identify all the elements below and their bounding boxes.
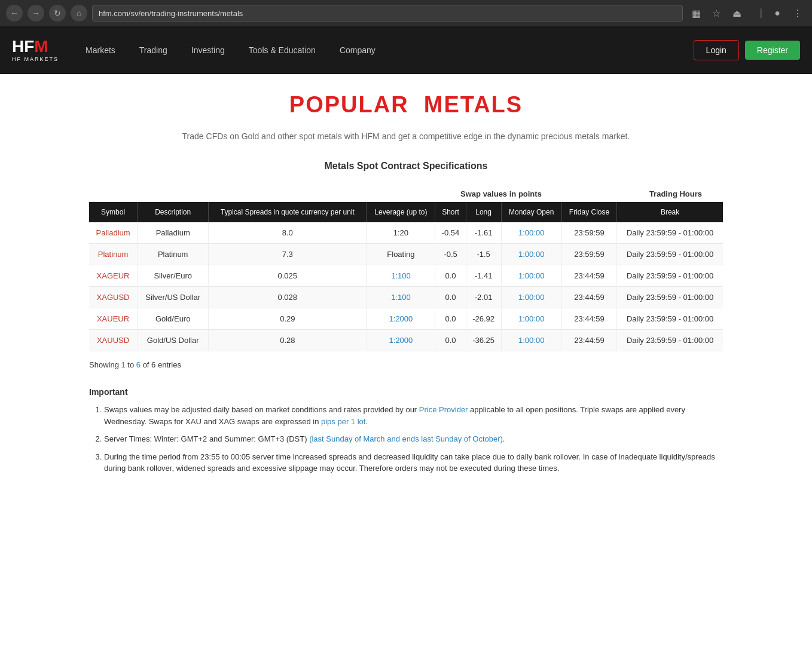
th-leverage[interactable]: Leverage (up to) [367,202,435,222]
th-friday-close[interactable]: Friday Close [561,202,616,222]
section-title: Metals Spot Contract Specifications [89,161,723,171]
browser-chrome: ← → ↻ ⌂ ▦ ☆ ⏏ ⎹ ● ⋮ [0,0,812,26]
cell-description: Gold/US Dollar [138,330,209,351]
cell-leverage: 1:20 [367,222,435,244]
th-spread[interactable]: Typical Spreads in quote currency per un… [209,202,367,222]
cell-long: -1.41 [466,265,501,287]
page-title: POPULAR METALS [89,92,723,118]
cell-long: -1.5 [466,244,501,265]
cell-leverage: 1:2000 [367,330,435,351]
nav-markets[interactable]: Markets [77,39,124,61]
cell-spread: 0.028 [209,287,367,308]
table-row: XAGEUR Silver/Euro 0.025 1:100 0.0 -1.41… [89,265,723,287]
table-row: Platinum Platinum 7.3 Floating -0.5 -1.5… [89,244,723,265]
cell-break: Daily 23:59:59 - 01:00:00 [617,222,723,244]
trading-hours-group-header: Trading Hours [649,189,702,198]
navbar: HFM HF MARKETS Markets Trading Investing… [0,26,812,74]
cell-symbol[interactable]: Palladium [89,222,138,244]
cell-friday-close: 23:44:59 [561,287,616,308]
important-item: Swaps values may be adjusted daily based… [104,404,723,427]
showing-text: Showing 1 to 6 of 6 entries [89,360,723,369]
dst-link[interactable]: (last Sunday of March and ends last Sund… [309,434,503,443]
important-title: Important [89,387,723,397]
page-title-red: METALS [424,92,523,117]
showing-to[interactable]: 6 [136,360,141,369]
table-row: XAUEUR Gold/Euro 0.29 1:2000 0.0 -26.92 … [89,308,723,330]
cell-short: 0.0 [435,287,466,308]
cell-symbol[interactable]: Platinum [89,244,138,265]
cell-monday-open: 1:00:00 [501,330,561,351]
register-button[interactable]: Register [745,41,800,60]
home-button[interactable]: ⌂ [71,5,87,22]
logo-sub-text: HF MARKETS [12,56,59,62]
swap-group-header: Swap values in points [460,189,542,198]
cell-symbol[interactable]: XAGEUR [89,265,138,287]
important-list: Swaps values may be adjusted daily based… [89,404,723,474]
cell-description: Platinum [138,244,209,265]
address-bar[interactable] [92,5,683,22]
cell-monday-open: 1:00:00 [501,308,561,330]
cell-leverage: 1:100 [367,287,435,308]
split-view-icon[interactable]: ⎹ [749,5,765,22]
cell-monday-open: 1:00:00 [501,287,561,308]
cell-spread: 0.28 [209,330,367,351]
cell-friday-close: 23:59:59 [561,222,616,244]
pips-link[interactable]: pips per 1 lot [321,417,365,426]
metals-table: Symbol Description Typical Spreads in qu… [89,202,723,351]
th-long[interactable]: Long [466,202,501,222]
logo-hfm-text: HFM [12,38,59,55]
star-icon[interactable]: ☆ [708,5,725,22]
cell-symbol[interactable]: XAUUSD [89,330,138,351]
important-item: Server Times: Winter: GMT+2 and Summer: … [104,433,723,445]
forward-button[interactable]: → [28,5,44,22]
cell-friday-close: 23:59:59 [561,244,616,265]
page-subtitle: Trade CFDs on Gold and other spot metals… [89,130,723,143]
cell-break: Daily 23:59:59 - 01:00:00 [617,287,723,308]
th-description[interactable]: Description [138,202,209,222]
nav-trading[interactable]: Trading [130,39,176,61]
table-row: XAUUSD Gold/US Dollar 0.28 1:2000 0.0 -3… [89,330,723,351]
th-symbol[interactable]: Symbol [89,202,138,222]
extensions-icon[interactable]: ⏏ [728,5,745,22]
cell-break: Daily 23:59:59 - 01:00:00 [617,308,723,330]
profile-icon[interactable]: ● [769,5,786,22]
cell-short: 0.0 [435,265,466,287]
cell-short: -0.54 [435,222,466,244]
cell-short: -0.5 [435,244,466,265]
cell-long: -36.25 [466,330,501,351]
th-monday-open[interactable]: Monday Open [501,202,561,222]
logo: HFM HF MARKETS [12,38,59,62]
cell-monday-open: 1:00:00 [501,222,561,244]
cell-friday-close: 23:44:59 [561,330,616,351]
nav-investing[interactable]: Investing [182,39,234,61]
cell-long: -26.92 [466,308,501,330]
back-button[interactable]: ← [6,5,23,22]
important-item: During the time period from 23:55 to 00:… [104,451,723,474]
cell-spread: 8.0 [209,222,367,244]
cell-leverage: 1:100 [367,265,435,287]
screenshot-icon[interactable]: ▦ [688,5,704,22]
reload-button[interactable]: ↻ [49,5,66,22]
cell-monday-open: 1:00:00 [501,265,561,287]
cell-symbol[interactable]: XAUEUR [89,308,138,330]
nav-company[interactable]: Company [331,39,384,61]
table-container: Swap values in points Trading Hours Symb… [89,189,723,351]
cell-long: -1.61 [466,222,501,244]
menu-icon[interactable]: ⋮ [789,5,806,22]
page-title-black: POPULAR [289,92,409,117]
nav-links: Markets Trading Investing Tools & Educat… [77,39,694,61]
cell-leverage: Floating [367,244,435,265]
showing-from[interactable]: 1 [121,360,125,369]
nav-tools-education[interactable]: Tools & Education [240,39,325,61]
th-break[interactable]: Break [617,202,723,222]
th-short[interactable]: Short [435,202,466,222]
price-provider-link[interactable]: Price Provider [419,405,468,414]
cell-monday-open: 1:00:00 [501,244,561,265]
cell-symbol[interactable]: XAGUSD [89,287,138,308]
cell-break: Daily 23:59:59 - 01:00:00 [617,265,723,287]
cell-friday-close: 23:44:59 [561,308,616,330]
login-button[interactable]: Login [694,40,739,60]
cell-short: 0.0 [435,308,466,330]
table-header-row: Symbol Description Typical Spreads in qu… [89,202,723,222]
cell-description: Silver/Euro [138,265,209,287]
